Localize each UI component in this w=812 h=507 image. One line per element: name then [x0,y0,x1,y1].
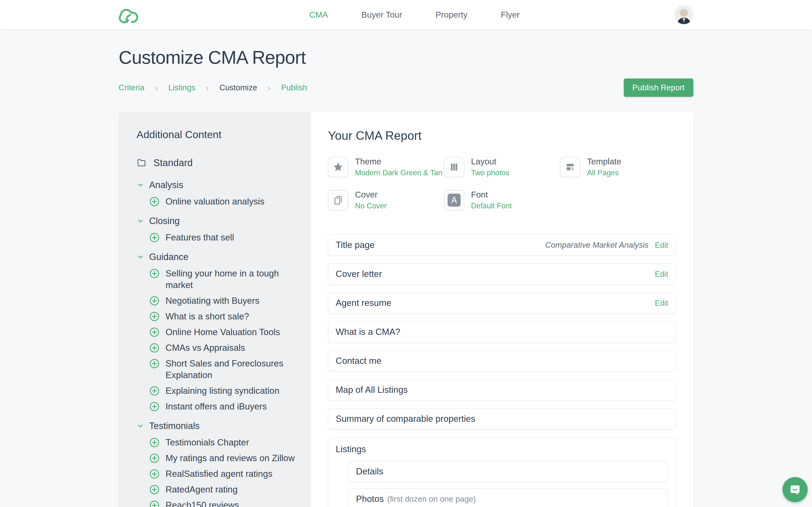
publish-report-button[interactable]: Publish Report [624,78,693,97]
section-label: Testimonials [149,421,200,431]
add-item[interactable]: Online Home Valuation Tools [149,326,300,338]
edit-link[interactable]: Edit [655,299,668,307]
folder-standard[interactable]: Standard [137,156,300,169]
edit-link[interactable]: Edit [655,270,668,279]
add-item[interactable]: Negotiating with Buyers [149,295,300,306]
chevron-down-icon [137,217,144,225]
setting-layout[interactable]: Layout Two photos [444,157,560,177]
plus-circle-icon [149,343,160,353]
add-item[interactable]: Instant offers and iBuyers [149,400,300,412]
chevron-down-icon [137,253,144,261]
plus-circle-icon [149,401,160,412]
setting-value: Default Font [471,202,512,210]
star-icon [332,161,344,173]
top-nav-bar: CMA Buyer Tour Property Flyer [0,0,812,30]
add-item[interactable]: My ratings and reviews on Zillow [149,452,300,464]
folder-icon [137,158,147,168]
add-item[interactable]: Reach150 reviews [149,499,300,507]
add-item[interactable]: What is a short sale? [149,311,300,322]
breadcrumb-listings[interactable]: Listings [168,83,196,92]
row-label: Map of All Listings [336,385,408,395]
chevron-right-icon: › [206,83,209,93]
plus-circle-icon [149,327,160,338]
section-analysis[interactable]: Analysis [137,178,300,192]
setting-font[interactable]: A Font Default Font [444,190,560,210]
user-avatar[interactable] [674,5,693,24]
content-tree: Analysis Online valuation analysis Closi… [137,178,300,507]
edit-link[interactable]: Edit [655,241,668,249]
row-label: Details [356,466,383,476]
add-item[interactable]: RealSatisfied agent ratings [149,468,300,480]
row-listings-group[interactable]: Listings Details Photos (first dozen on … [328,437,676,507]
item-label: Instant offers and iBuyers [165,400,267,412]
plus-circle-icon [149,196,160,207]
section-guidance[interactable]: Guidance [137,250,300,264]
add-item[interactable]: CMAs vs Appraisals [149,342,300,354]
chat-smile-icon [788,483,802,497]
item-label: CMAs vs Appraisals [165,342,245,354]
setting-template[interactable]: Template All Pages [560,157,676,177]
plus-circle-icon [149,453,160,463]
cloud-cma-logo[interactable] [119,5,142,24]
report-settings: Theme Modern Dark Green & Tan Layout Two… [328,157,676,210]
add-item[interactable]: RatedAgent rating [149,484,300,495]
chat-launcher-button[interactable] [782,477,808,502]
theme-icon-box [328,157,348,177]
nav-item-buyer-tour[interactable]: Buyer Tour [361,10,402,19]
setting-cover[interactable]: Cover No Cover [328,190,444,210]
item-label: Features that sell [165,231,234,243]
add-item[interactable]: Explaining listing syndication [149,385,300,397]
listings-label: Listings [336,444,668,455]
plus-circle-icon [149,295,160,306]
setting-value: Modern Dark Green & Tan [355,169,442,177]
item-label: Online valuation analysis [165,195,264,207]
row-label: Summary of comparable properties [336,414,475,424]
row-agent-resume[interactable]: Agent resume Edit [328,292,676,314]
title-page-value: Comparative Market Analysis [545,240,649,249]
plus-circle-icon [149,358,160,369]
nav-item-flyer[interactable]: Flyer [501,10,520,19]
item-label: RatedAgent rating [165,484,238,495]
page-content: Customize CMA Report Criteria › Listings… [119,47,693,507]
row-cover-letter[interactable]: Cover letter Edit [328,264,676,285]
row-listing-details[interactable]: Details [348,461,668,482]
row-listing-photos[interactable]: Photos (first dozen on one page) [348,489,668,507]
row-label: Photos [356,494,384,504]
nav-item-property[interactable]: Property [436,10,467,19]
item-label: Explaining listing syndication [165,385,280,397]
setting-value: Two photos [471,169,509,177]
report-rows: Title page Comparative Market Analysis E… [328,234,676,507]
add-item[interactable]: Features that sell [149,231,300,243]
add-item[interactable]: Testimonials Chapter [149,437,300,448]
item-label: Testimonials Chapter [165,437,249,448]
chevron-right-icon: › [268,83,270,93]
avatar-photo [674,5,693,24]
add-item[interactable]: Selling your home in a tough market [149,268,300,291]
row-title-page[interactable]: Title page Comparative Market Analysis E… [328,234,676,256]
cma-report-panel: Your CMA Report Theme Modern Dark Green … [310,112,693,507]
cloud-logo-icon [119,6,140,24]
font-letter-icon: A [448,193,461,207]
row-map-of-all-listings[interactable]: Map of All Listings [328,379,676,400]
row-label: Contact me [336,356,382,366]
setting-label: Font [471,190,512,200]
add-item[interactable]: Online valuation analysis [149,195,300,207]
breadcrumb-criteria[interactable]: Criteria [119,83,144,92]
row-contact-me[interactable]: Contact me [328,350,676,372]
nav-item-cma[interactable]: CMA [309,10,328,19]
folder-label: Standard [153,157,193,168]
row-summary-comparables[interactable]: Summary of comparable properties [328,408,676,430]
add-item[interactable]: Short Sales and Foreclosures Explanation [149,357,300,381]
breadcrumb-publish[interactable]: Publish [281,83,307,92]
item-label: What is a short sale? [165,311,249,322]
section-label: Guidance [149,252,189,262]
layout-icon-box [444,157,464,177]
item-label: Reach150 reviews [165,499,239,507]
section-closing[interactable]: Closing [137,214,300,228]
breadcrumb: Criteria › Listings › Customize › Publis… [119,83,307,93]
section-testimonials[interactable]: Testimonials [137,419,300,433]
setting-theme[interactable]: Theme Modern Dark Green & Tan [328,157,444,177]
setting-value: No Cover [355,202,387,210]
row-what-is-a-cma[interactable]: What is a CMA? [328,321,676,343]
plus-circle-icon [149,484,160,495]
